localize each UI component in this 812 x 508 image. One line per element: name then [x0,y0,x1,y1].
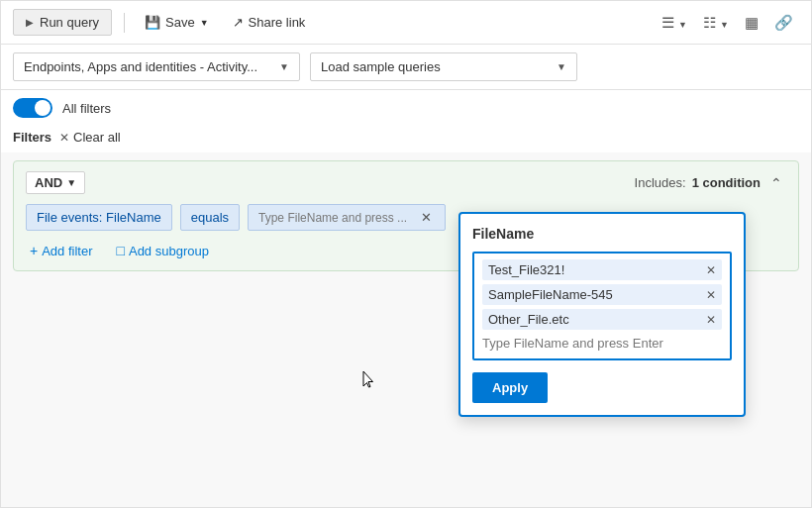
run-query-button[interactable]: ▶ Run query [13,9,112,36]
grid-chevron-icon: ▼ [720,20,729,30]
endpoint-dropdown-label: Endpoints, Apps and identities - Activit… [24,59,257,74]
toolbar-right-icons: ☰ ▼ ☷ ▼ ▦ 🔗 [656,10,799,36]
collapse-button[interactable]: ⌃ [766,173,786,193]
tag-remove-2[interactable]: ✕ [706,289,716,301]
clear-all-label: Clear all [73,130,121,145]
endpoint-chevron-icon: ▼ [279,61,289,72]
filter-value-text: Type FileName and press ... [258,211,414,225]
sample-queries-dropdown[interactable]: Load sample queries ▼ [310,52,577,81]
tag-text-3: Other_File.etc [488,312,700,327]
toolbar: ▶ Run query 💾 Save ▼ ↗ Share link ☰ ▼ ☷ … [1,1,811,45]
tag-input-area[interactable]: Test_File321! ✕ SampleFileName-545 ✕ Oth… [472,252,732,360]
apply-button[interactable]: Apply [472,372,548,403]
operator-chip-label: equals [191,210,229,225]
includes-text: Includes: 1 condition ⌃ [635,173,786,193]
field-chip[interactable]: File events: FileName [26,204,172,231]
save-button[interactable]: 💾 Save ▼ [137,10,217,35]
tag-remove-1[interactable]: ✕ [706,264,716,276]
filter-group-header: AND ▼ Includes: 1 condition ⌃ [26,171,786,194]
endpoint-dropdown[interactable]: Endpoints, Apps and identities - Activit… [13,52,300,81]
add-filter-button[interactable]: + Add filter [26,241,97,260]
and-operator-dropdown[interactable]: AND ▼ [26,171,85,194]
link-icon: 🔗 [774,14,793,31]
columns-icon: ▦ [745,14,759,31]
operator-chip[interactable]: equals [180,204,240,231]
tag-remove-3[interactable]: ✕ [706,314,716,326]
share-link-button[interactable]: ↗ Share link [225,10,314,35]
condition-count: 1 condition [692,175,761,190]
tag-row-3: Other_File.etc ✕ [482,309,722,330]
save-icon: 💾 [145,15,160,30]
share-icon: ↗ [233,15,244,30]
list-view-button[interactable]: ☰ ▼ [656,10,693,36]
clear-all-button[interactable]: ✕ Clear all [59,130,121,145]
dropdowns-row: Endpoints, Apps and identities - Activit… [1,45,811,90]
filters-label: Filters [13,130,51,145]
tag-row-2: SampleFileName-545 ✕ [482,284,722,305]
save-chevron-icon: ▼ [200,18,209,28]
grid-icon: ☷ [703,14,716,31]
sample-queries-label: Load sample queries [321,59,441,74]
tag-text-2: SampleFileName-545 [488,287,700,302]
filter-content: AND ▼ Includes: 1 condition ⌃ File event… [1,152,811,507]
sample-chevron-icon: ▼ [557,61,566,72]
list-icon: ☰ [661,14,674,31]
all-filters-label: All filters [62,101,111,116]
run-query-label: Run query [40,15,99,30]
filter-value-close-button[interactable]: ✕ [418,210,435,225]
add-subgroup-button[interactable]: □ Add subgroup [113,241,213,260]
filters-bar: Filters ✕ Clear all [1,126,811,152]
and-chevron-icon: ▼ [66,177,76,188]
add-filter-icon: + [30,243,38,258]
filename-popup: FileName Test_File321! ✕ SampleFileName-… [458,212,746,417]
includes-label: Includes: [635,175,686,190]
add-filter-label: Add filter [42,244,92,258]
link-button[interactable]: 🔗 [768,10,799,36]
tag-row-1: Test_File321! ✕ [482,259,722,280]
toggle-row: All filters [1,90,811,126]
and-label: AND [35,175,62,190]
play-icon: ▶ [26,17,34,28]
filter-value-chip[interactable]: Type FileName and press ... ✕ [248,204,446,231]
field-chip-label: File events: FileName [37,210,161,225]
popup-title: FileName [472,226,732,242]
share-link-label: Share link [249,15,306,30]
list-chevron-icon: ▼ [678,20,687,30]
toolbar-divider [124,13,125,33]
all-filters-toggle[interactable] [13,98,52,118]
columns-button[interactable]: ▦ [739,10,764,36]
tag-input-field[interactable] [482,334,722,353]
grid-view-button[interactable]: ☷ ▼ [697,10,735,36]
save-label: Save [165,15,195,30]
add-subgroup-label: Add subgroup [129,244,209,258]
clear-x-icon: ✕ [59,131,69,145]
tag-text-1: Test_File321! [488,262,700,277]
main-container: ▶ Run query 💾 Save ▼ ↗ Share link ☰ ▼ ☷ … [0,0,812,508]
add-subgroup-icon: □ [117,243,125,258]
mouse-cursor [362,370,374,388]
